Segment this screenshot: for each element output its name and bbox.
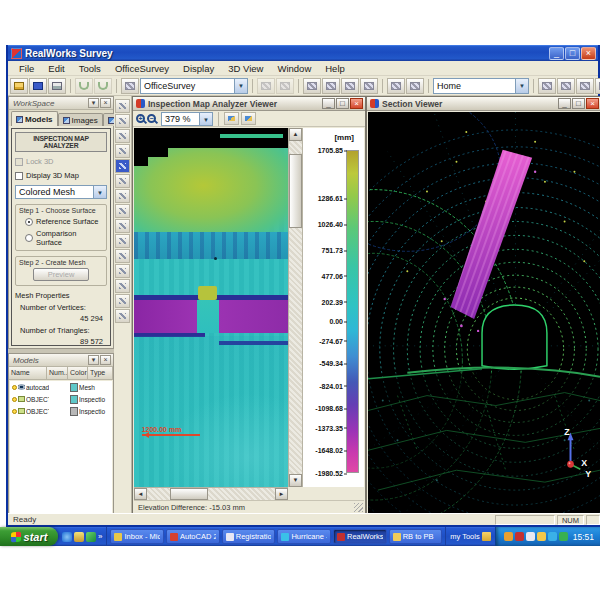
taskbar-task-realworks-survey[interactable]: RealWorks Survey [333, 529, 387, 544]
radio-reference-surface[interactable]: Reference Surface [25, 217, 103, 226]
inspection-heatmap[interactable]: 1200.00 mm [134, 128, 288, 487]
side-tool-button[interactable] [115, 114, 130, 128]
tray-icon[interactable] [526, 532, 535, 541]
visibility-bulb-icon[interactable] [12, 385, 17, 390]
table-row[interactable]: autocad...Mesh [10, 381, 112, 393]
print-icon[interactable] [48, 78, 66, 94]
side-tool-button[interactable] [115, 189, 130, 203]
section-3d-view[interactable]: Z X Y [368, 112, 600, 513]
scrollbar-thumb[interactable] [170, 488, 208, 500]
side-tool-button[interactable] [115, 279, 130, 293]
close-icon[interactable]: × [586, 98, 599, 109]
lock-3d-checkbox-row[interactable]: Lock 3D [15, 157, 107, 166]
lock-3d-checkbox[interactable] [15, 158, 23, 166]
save-icon[interactable] [29, 78, 47, 94]
visibility-bulb-icon[interactable] [12, 397, 17, 402]
horizontal-scrollbar[interactable]: ◄ ► [134, 487, 288, 500]
maximize-icon[interactable]: □ [572, 98, 585, 109]
vertical-scrollbar[interactable]: ▲ ▼ [288, 128, 302, 487]
tray-icon[interactable] [548, 532, 557, 541]
minimize-icon[interactable]: _ [558, 98, 571, 109]
side-tool-button[interactable] [115, 129, 130, 143]
column-header-type[interactable]: Type [88, 367, 113, 379]
tool-icon-8[interactable] [406, 78, 424, 94]
window-layout-icon-3[interactable] [576, 78, 594, 94]
menu-item-help[interactable]: Help [318, 63, 352, 74]
quicklaunch-browser-icon[interactable] [62, 532, 72, 542]
zoom-level-combobox[interactable]: 379 % ▼ [161, 112, 213, 126]
taskbar-task-rb-to-pb[interactable]: RB to PB [389, 529, 443, 544]
close-icon[interactable]: × [350, 98, 363, 109]
mesh-type-combobox[interactable]: Colored Mesh ▼ [15, 185, 107, 199]
scroll-up-icon[interactable]: ▲ [289, 128, 302, 141]
display-3d-map-checkbox-row[interactable]: Display 3D Map [15, 171, 107, 180]
panel-pin-icon[interactable]: ▾ [88, 355, 99, 365]
map-display-icon[interactable] [224, 112, 239, 125]
menu-item-window[interactable]: Window [270, 63, 318, 74]
taskbar-task-inbox-microsof[interactable]: Inbox - Microsof... [110, 529, 164, 544]
preview-button[interactable]: Preview [33, 268, 89, 281]
inspection-viewer-titlebar[interactable]: Inspection Map Analyzer Viewer _ □ × [133, 97, 365, 111]
quicklaunch-folder-icon[interactable] [74, 532, 84, 542]
tool-icon-1[interactable] [257, 78, 275, 94]
section-viewer-titlebar[interactable]: Section Viewer _ □ × [367, 97, 600, 111]
scrollbar-thumb[interactable] [289, 154, 302, 227]
workspace-tool-icon[interactable] [121, 78, 139, 94]
window-titlebar[interactable]: RealWorks Survey _ □ × [8, 45, 598, 61]
scrollbar-track[interactable] [147, 488, 275, 500]
display-3d-map-checkbox[interactable] [15, 172, 23, 180]
menu-item-display[interactable]: Display [176, 63, 221, 74]
side-tool-button[interactable] [115, 309, 130, 323]
close-icon[interactable]: × [581, 47, 596, 60]
scroll-down-icon[interactable]: ▼ [289, 474, 302, 487]
scroll-left-icon[interactable]: ◄ [134, 488, 147, 500]
start-button[interactable]: start [0, 527, 58, 546]
tray-icon[interactable] [559, 532, 568, 541]
models-table-header[interactable]: NameNum...ColorType [9, 367, 113, 380]
side-tool-button[interactable] [115, 204, 130, 218]
redo-icon[interactable] [94, 78, 112, 94]
tray-icon[interactable] [537, 532, 546, 541]
table-row[interactable]: OBJECT...Inspectio [10, 405, 112, 417]
open-icon[interactable] [10, 78, 28, 94]
tool-icon-5[interactable] [341, 78, 359, 94]
taskbar-task-registration-rep[interactable]: Registration Rep... [222, 529, 276, 544]
mytools-toolbar[interactable]: my Tools [445, 527, 494, 546]
undo-icon[interactable] [75, 78, 93, 94]
quicklaunch-app-icon[interactable] [86, 532, 96, 542]
tab-models[interactable]: Models [11, 111, 58, 126]
column-header-num[interactable]: Num... [47, 367, 68, 379]
menu-item-officesurvey[interactable]: OfficeSurvey [108, 63, 176, 74]
radio-comparison-surface[interactable]: Comparison Surface [25, 229, 103, 247]
column-header-name[interactable]: Name [9, 367, 47, 379]
tool-icon-6[interactable] [360, 78, 378, 94]
chevron-down-icon[interactable]: ▼ [93, 186, 106, 198]
zoom-out-icon[interactable]: − [147, 114, 156, 123]
window-layout-icon-2[interactable] [557, 78, 575, 94]
panel-close-icon[interactable]: × [100, 355, 111, 365]
menu-item-edit[interactable]: Edit [41, 63, 71, 74]
side-tool-button[interactable] [115, 174, 130, 188]
maximize-icon[interactable]: □ [565, 47, 580, 60]
chevron-down-icon[interactable]: ▼ [234, 79, 247, 93]
mytools-folder-icon[interactable] [482, 532, 491, 541]
tool-icon-4[interactable] [322, 78, 340, 94]
tool-icon-7[interactable] [387, 78, 405, 94]
radio-button[interactable] [25, 234, 33, 242]
side-tool-button[interactable] [115, 249, 130, 263]
column-header-color[interactable]: Color [68, 367, 88, 379]
resize-grip[interactable] [354, 503, 363, 512]
window-layout-icon-1[interactable] [538, 78, 556, 94]
side-tool-button[interactable] [115, 159, 130, 173]
side-tool-button[interactable] [115, 144, 130, 158]
map-settings-icon[interactable] [241, 112, 256, 125]
officesurvey-combobox[interactable]: OfficeSurvey ▼ [140, 78, 248, 94]
window-layout-icon-4[interactable] [595, 78, 600, 94]
side-tool-button[interactable] [115, 219, 130, 233]
scrollbar-track[interactable] [289, 141, 302, 474]
maximize-icon[interactable]: □ [336, 98, 349, 109]
tool-icon-3[interactable] [303, 78, 321, 94]
menu-item-3d-view[interactable]: 3D View [221, 63, 270, 74]
chevron-more-icon[interactable]: » [98, 532, 102, 541]
zoom-in-icon[interactable]: + [136, 114, 145, 123]
